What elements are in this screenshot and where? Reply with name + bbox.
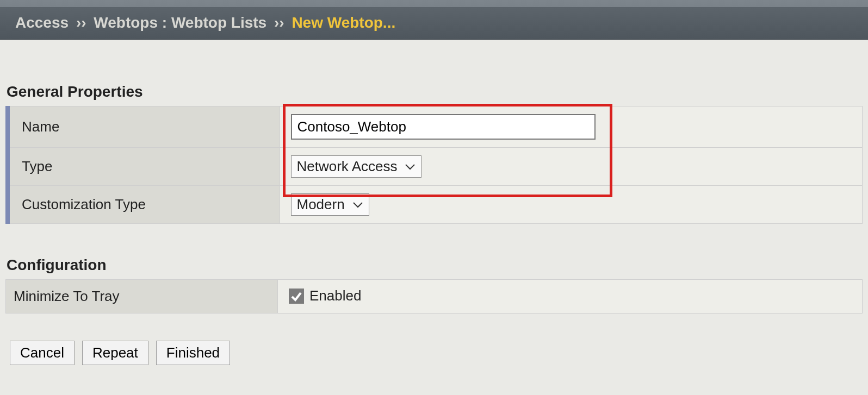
table-row: Customization Type Modern — [8, 186, 863, 224]
minimize-to-tray-checkbox[interactable] — [289, 289, 304, 304]
breadcrumb-separator: ›› — [76, 14, 86, 31]
customization-type-select[interactable]: Modern — [291, 193, 369, 216]
breadcrumb-webtops[interactable]: Webtops : Webtop Lists — [94, 14, 266, 31]
type-select[interactable]: Network Access — [291, 155, 422, 178]
type-select-value: Network Access — [297, 158, 398, 175]
section-title-configuration: Configuration — [7, 256, 863, 274]
checkbox-label-enabled: Enabled — [309, 287, 361, 304]
chevron-down-icon — [352, 201, 363, 209]
finished-button[interactable]: Finished — [156, 341, 230, 365]
general-properties-table: Name Type Network Access Customiza — [5, 106, 863, 224]
customization-type-select-value: Modern — [297, 196, 345, 213]
label-type: Type — [8, 148, 280, 186]
form-buttons: Cancel Repeat Finished — [5, 341, 863, 365]
table-row: Name — [8, 106, 863, 148]
breadcrumb: Access ›› Webtops : Webtop Lists ›› New … — [0, 8, 868, 40]
configuration-table: Minimize To Tray Enabled — [5, 279, 863, 314]
table-row: Minimize To Tray Enabled — [6, 280, 863, 314]
breadcrumb-current: New Webtop... — [292, 14, 395, 31]
chevron-down-icon — [405, 163, 416, 171]
breadcrumb-separator: ›› — [274, 14, 284, 31]
label-minimize-to-tray: Minimize To Tray — [6, 280, 278, 314]
section-title-general: General Properties — [7, 83, 863, 101]
cancel-button[interactable]: Cancel — [10, 341, 75, 365]
label-name: Name — [8, 106, 280, 148]
table-row: Type Network Access — [8, 148, 863, 186]
breadcrumb-access[interactable]: Access — [15, 14, 69, 31]
name-input[interactable] — [291, 114, 596, 140]
window-top-border — [0, 0, 868, 8]
repeat-button[interactable]: Repeat — [82, 341, 148, 365]
label-customization-type: Customization Type — [8, 186, 280, 224]
